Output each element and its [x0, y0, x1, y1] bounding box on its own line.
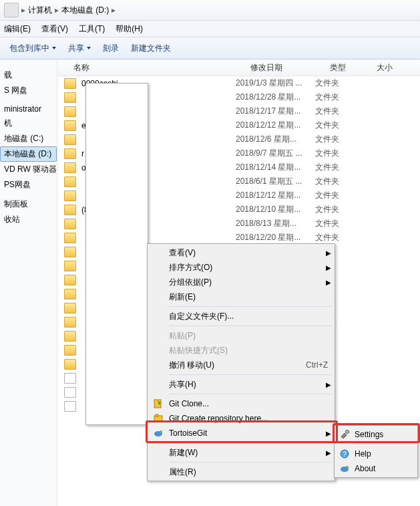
ctx-share[interactable]: 共享(H)▶: [149, 377, 333, 392]
toolbar-share[interactable]: 共享: [68, 43, 91, 54]
col-size[interactable]: 大小: [377, 62, 420, 74]
sidebar-item[interactable]: 制面板: [0, 197, 57, 212]
folder-icon: [64, 303, 76, 313]
chevron-right-icon: ▶: [324, 279, 333, 286]
folder-icon: [64, 106, 76, 117]
chevron-right-icon: ▶: [324, 449, 333, 457]
folder-icon: [64, 247, 76, 257]
col-type[interactable]: 类型: [330, 62, 377, 74]
chevron-right-icon: ▶: [324, 249, 333, 257]
file-date: 2018/12/12 星期...: [236, 190, 315, 201]
chevron-right-icon: ▸: [55, 5, 59, 15]
sidebar-item[interactable]: 本地磁盘 (D:): [0, 146, 57, 162]
sidebar-item[interactable]: ministrator: [0, 102, 57, 116]
file-date: 2018/8/13 星期...: [236, 218, 315, 229]
ctx-tortoisegit[interactable]: TortoiseGit▶: [149, 426, 333, 440]
folder-icon: [64, 275, 76, 285]
sidebar-item[interactable]: PS网盘: [0, 177, 57, 193]
ctx-refresh[interactable]: 刷新(E): [149, 289, 333, 304]
ctx-undo[interactable]: 撤消 移动(U)Ctrl+Z: [149, 358, 333, 372]
col-date[interactable]: 修改日期: [250, 62, 330, 74]
sidebar-item[interactable]: 收站: [0, 212, 57, 227]
file-icon: [64, 373, 76, 384]
ctx-about[interactable]: About: [336, 461, 416, 476]
ctx-help[interactable]: ?Help: [336, 447, 416, 461]
ctx-git-create[interactable]: Git Create repository here...: [149, 411, 333, 426]
folder-icon: [64, 345, 76, 356]
file-date: 2018/12/6 星期...: [236, 134, 315, 145]
file-type: 文件夹: [315, 204, 362, 215]
file-date: 2018/12/10 星期...: [236, 204, 315, 215]
svg-point-9: [346, 466, 349, 469]
sidebar: 载S 网盘ministrator机地磁盘 (C:)本地磁盘 (D:)VD RW …: [0, 59, 57, 506]
file-date: 2018/9/7 星期五 ...: [236, 148, 315, 159]
help-icon: ?: [339, 449, 350, 459]
toolbar: 包含到库中 共享 刻录 新建文件夹: [0, 37, 420, 59]
settings-icon: [339, 429, 350, 440]
folder-icon: [64, 78, 76, 89]
folder-icon: [64, 205, 76, 215]
chevron-right-icon: ▶: [324, 381, 333, 388]
svg-rect-2: [156, 414, 158, 416]
svg-point-5: [346, 430, 349, 434]
svg-point-4: [160, 430, 162, 433]
sidebar-item[interactable]: 载: [0, 68, 57, 83]
sidebar-item[interactable]: S 网盘: [0, 83, 57, 98]
file-type: 文件夹: [315, 92, 362, 103]
menu-help[interactable]: 帮助(H): [114, 23, 144, 35]
file-type: 文件夹: [315, 106, 362, 117]
ctx-properties[interactable]: 属性(R): [149, 465, 333, 479]
ctx-customize[interactable]: 自定义文件夹(F)...: [149, 309, 333, 324]
sidebar-item[interactable]: 地磁盘 (C:): [0, 131, 57, 146]
breadcrumb-drive[interactable]: 本地磁盘 (D:): [61, 5, 109, 16]
toolbar-burn[interactable]: 刻录: [103, 43, 119, 54]
file-type: 文件夹: [315, 232, 362, 243]
file-date: 2018/12/20 星期...: [236, 232, 315, 243]
context-menu: 查看(V)▶ 排序方式(O)▶ 分组依据(P)▶ 刷新(E) 自定义文件夹(F)…: [147, 243, 335, 481]
address-bar: ▸ 计算机 ▸ 本地磁盘 (D:) ▸: [0, 0, 420, 21]
file-type: 文件夹: [315, 162, 362, 173]
file-date: 2018/12/12 星期...: [236, 120, 315, 131]
chevron-down-icon: [87, 47, 91, 49]
file-type: 文件夹: [315, 134, 362, 145]
git-repo-icon: [153, 413, 164, 424]
menu-view[interactable]: 查看(V): [40, 23, 69, 35]
folder-icon: [64, 162, 76, 173]
svg-text:?: ?: [343, 451, 347, 458]
ctx-view[interactable]: 查看(V)▶: [149, 245, 333, 260]
chevron-right-icon: ▸: [21, 5, 25, 15]
folder-icon: [64, 148, 76, 159]
ctx-group[interactable]: 分组依据(P)▶: [149, 275, 333, 289]
ctx-paste-shortcut: 粘贴快捷方式(S): [149, 343, 333, 358]
chevron-right-icon: ▶: [324, 430, 333, 437]
sidebar-item[interactable]: VD RW 驱动器 (: [0, 162, 57, 177]
toolbar-include[interactable]: 包含到库中: [9, 43, 56, 54]
about-icon: [339, 463, 350, 474]
ctx-new[interactable]: 新建(W)▶: [149, 445, 333, 460]
chevron-right-icon: ▸: [112, 5, 116, 15]
ctx-git-clone[interactable]: Git Clone...: [149, 396, 333, 411]
folder-icon: [64, 176, 76, 187]
file-date: 2018/12/17 星期...: [236, 106, 315, 117]
ctx-settings[interactable]: Settings: [336, 427, 416, 442]
ctx-sort[interactable]: 排序方式(O)▶: [149, 260, 333, 275]
folder-icon: [64, 331, 76, 342]
menu-tool[interactable]: 工具(T): [77, 23, 106, 35]
sidebar-item[interactable]: 机: [0, 116, 57, 131]
menu-edit[interactable]: 编辑(E): [3, 23, 32, 35]
folder-icon: [64, 92, 76, 103]
column-headers: 名称 修改日期 类型 大小: [57, 59, 420, 76]
folder-icon: [64, 120, 76, 131]
folder-icon: [64, 134, 76, 145]
folder-icon: [64, 191, 76, 201]
file-type: 文件夹: [315, 148, 362, 159]
ctx-paste: 粘贴(P): [149, 328, 333, 343]
file-date: 2019/1/3 星期四 ...: [236, 78, 315, 89]
toolbar-newfolder[interactable]: 新建文件夹: [131, 43, 171, 54]
folder-icon: [64, 317, 76, 328]
chevron-down-icon: [52, 47, 56, 49]
file-date: 2018/6/1 星期五 ...: [236, 176, 315, 187]
breadcrumb-computer[interactable]: 计算机: [28, 5, 52, 16]
col-name[interactable]: 名称: [57, 62, 250, 74]
tortoisegit-icon: [153, 428, 164, 438]
